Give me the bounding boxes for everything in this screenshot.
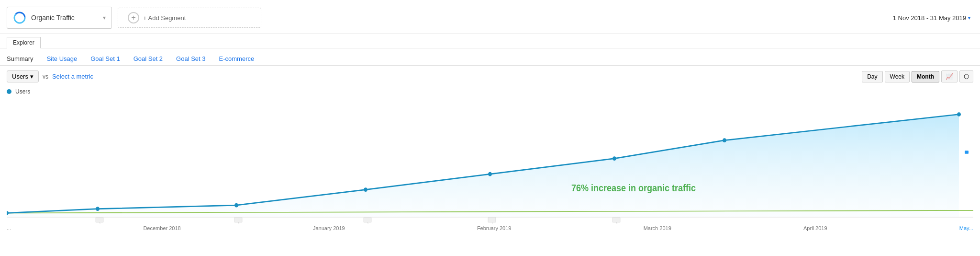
add-circle-icon: + bbox=[128, 12, 139, 23]
select-metric-link[interactable]: Select a metric bbox=[52, 73, 93, 80]
tabs-area: Explorer bbox=[0, 34, 980, 48]
segment-label: Organic Traffic bbox=[31, 14, 98, 22]
add-segment-label: + Add Segment bbox=[143, 14, 186, 22]
data-point-4 bbox=[488, 172, 492, 176]
tick-feb-arrow bbox=[368, 222, 369, 223]
tab-goal-set-2[interactable]: Goal Set 2 bbox=[127, 52, 169, 65]
add-segment-box[interactable]: + + Add Segment bbox=[118, 8, 261, 28]
xaxis-label-apr: April 2019 bbox=[803, 225, 827, 231]
date-range-text: 1 Nov 2018 - 31 May 2019 bbox=[893, 14, 966, 22]
day-button[interactable]: Day bbox=[862, 71, 882, 82]
xaxis-label-jan: January 2019 bbox=[313, 225, 345, 231]
tab-goal-set-1[interactable]: Goal Set 1 bbox=[84, 52, 126, 65]
tick-dec-arrow bbox=[100, 222, 101, 223]
time-controls: Day Week Month 📈 ⬡ bbox=[862, 70, 973, 82]
data-point-5 bbox=[612, 156, 616, 161]
xaxis-label-may: May... bbox=[959, 225, 973, 231]
data-point-1 bbox=[96, 207, 100, 211]
tick-jan bbox=[234, 217, 242, 222]
tick-jan-arrow bbox=[238, 222, 240, 223]
xaxis-label-mar: March 2019 bbox=[644, 225, 671, 231]
month-button[interactable]: Month bbox=[912, 71, 939, 82]
controls-row: Users ▾ vs Select a metric Day Week Mont… bbox=[0, 66, 980, 87]
tick-apr bbox=[612, 217, 620, 222]
segment-dropdown-arrow: ▾ bbox=[103, 14, 106, 21]
tab-goal-set-3[interactable]: Goal Set 3 bbox=[169, 52, 212, 65]
date-range-arrow: ▾ bbox=[968, 15, 970, 21]
organic-traffic-segment[interactable]: Organic Traffic ▾ bbox=[7, 7, 112, 29]
xaxis-labels: ... December 2018 January 2019 February … bbox=[0, 223, 980, 231]
pie-chart-button[interactable]: ⬡ bbox=[959, 70, 973, 82]
header-row: Organic Traffic ▾ + + Add Segment 1 Nov … bbox=[0, 0, 980, 34]
organic-traffic-icon bbox=[13, 11, 26, 24]
explorer-tab[interactable]: Explorer bbox=[7, 37, 41, 48]
tab-site-usage[interactable]: Site Usage bbox=[40, 52, 84, 65]
tab-ecommerce[interactable]: E-commerce bbox=[212, 52, 261, 65]
xaxis-label-feb: February 2019 bbox=[477, 225, 512, 231]
nav-tabs: Summary Site Usage Goal Set 1 Goal Set 2… bbox=[0, 48, 980, 66]
date-range-selector[interactable]: 1 Nov 2018 - 31 May 2019 ▾ bbox=[893, 14, 970, 22]
tick-dec bbox=[96, 217, 103, 222]
data-point-6 bbox=[723, 138, 726, 142]
tick-mar-arrow bbox=[492, 222, 494, 223]
users-legend-dot bbox=[7, 89, 11, 94]
users-metric-button[interactable]: Users ▾ bbox=[7, 70, 39, 82]
may-marker bbox=[965, 151, 969, 154]
chart-svg: 76% increase in organic traffic bbox=[7, 99, 973, 223]
tick-feb bbox=[364, 217, 371, 222]
tab-summary[interactable]: Summary bbox=[7, 52, 40, 65]
xaxis-label-dots: ... bbox=[7, 225, 11, 231]
tick-apr-arrow bbox=[616, 222, 618, 223]
users-legend-label: Users bbox=[15, 88, 30, 95]
chart-container: 76% increase in organic traffic bbox=[7, 99, 973, 223]
legend-row: Users bbox=[0, 87, 980, 99]
metric-controls: Users ▾ vs Select a metric bbox=[7, 70, 93, 82]
line-chart-button[interactable]: 📈 bbox=[941, 70, 958, 82]
vs-label: vs bbox=[43, 73, 48, 80]
week-button[interactable]: Week bbox=[885, 71, 910, 82]
increase-label: 76% increase in organic traffic bbox=[571, 183, 696, 193]
segment-area: Organic Traffic ▾ + + Add Segment bbox=[7, 7, 261, 29]
data-point-7 bbox=[957, 112, 961, 116]
data-point-3 bbox=[364, 187, 368, 192]
xaxis-label-dec: December 2018 bbox=[143, 225, 180, 231]
tick-mar bbox=[488, 217, 496, 222]
data-point-2 bbox=[234, 203, 238, 208]
